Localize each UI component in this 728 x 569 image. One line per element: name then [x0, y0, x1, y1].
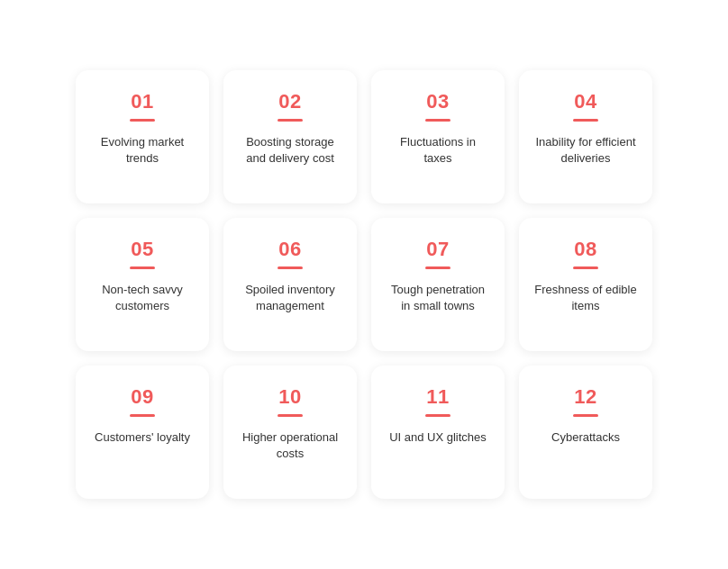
card-divider-11: [425, 414, 450, 417]
card-divider-02: [278, 119, 303, 122]
card-label-05: Non-tech savvy customers: [90, 282, 195, 316]
card-10: 10Higher operational costs: [223, 366, 357, 499]
card-07: 07Tough penetration in small towns: [371, 218, 505, 351]
card-01: 01Evolving market trends: [76, 70, 209, 203]
card-divider-09: [130, 414, 155, 417]
card-number-09: 09: [131, 385, 153, 409]
card-number-04: 04: [574, 90, 596, 113]
card-divider-03: [425, 119, 450, 122]
card-divider-10: [278, 414, 303, 417]
card-number-01: 01: [131, 90, 153, 113]
card-label-11: UI and UX glitches: [389, 429, 487, 447]
card-divider-06: [278, 266, 303, 269]
card-05: 05Non-tech savvy customers: [76, 218, 209, 351]
card-label-02: Boosting storage and delivery cost: [238, 134, 342, 168]
card-02: 02Boosting storage and delivery cost: [223, 70, 357, 203]
card-divider-05: [130, 266, 155, 269]
card-04: 04Inability for efficient deliveries: [519, 70, 652, 203]
card-08: 08Freshness of edible items: [519, 218, 652, 351]
card-number-12: 12: [574, 385, 596, 409]
card-number-07: 07: [426, 238, 449, 261]
card-03: 03Fluctuations in taxes: [371, 70, 505, 203]
card-label-07: Tough penetration in small towns: [386, 282, 490, 316]
card-label-09: Customers' loyalty: [95, 429, 190, 447]
card-label-04: Inability for efficient deliveries: [533, 134, 638, 168]
card-number-05: 05: [131, 238, 153, 261]
challenges-grid: 01Evolving market trends02Boosting stora…: [40, 34, 688, 535]
card-number-06: 06: [278, 238, 301, 261]
card-label-10: Higher operational costs: [238, 429, 342, 464]
card-divider-07: [425, 266, 450, 269]
card-divider-04: [573, 119, 598, 122]
card-number-11: 11: [426, 385, 449, 409]
card-number-10: 10: [278, 385, 301, 409]
card-11: 11UI and UX glitches: [371, 366, 505, 499]
card-12: 12Cyberattacks: [519, 366, 652, 499]
card-label-03: Fluctuations in taxes: [386, 134, 490, 168]
card-number-03: 03: [426, 90, 449, 113]
card-divider-12: [573, 414, 598, 417]
card-09: 09Customers' loyalty: [76, 366, 209, 499]
card-divider-01: [130, 119, 155, 122]
card-label-12: Cyberattacks: [551, 429, 620, 447]
card-number-02: 02: [278, 90, 301, 113]
card-number-08: 08: [574, 238, 596, 261]
card-label-08: Freshness of edible items: [533, 282, 638, 316]
card-divider-08: [573, 266, 598, 269]
card-06: 06Spoiled inventory management: [223, 218, 357, 351]
card-label-06: Spoiled inventory management: [238, 282, 342, 316]
card-label-01: Evolving market trends: [90, 134, 195, 168]
